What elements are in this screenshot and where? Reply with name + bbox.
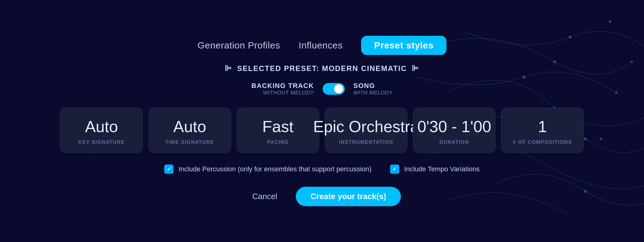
duration-value: 0'30 - 1'00 xyxy=(417,118,491,136)
actions-row: Cancel Create your track(s) xyxy=(243,187,401,206)
tab-influences[interactable]: Influences xyxy=(299,40,343,51)
instrumentation-value: Epic Orchestra xyxy=(313,118,419,136)
key-signature-value: Auto xyxy=(85,118,118,136)
main-container: Generation Profiles Influences Preset st… xyxy=(0,36,644,206)
key-signature-card[interactable]: Auto KEY SIGNATURE xyxy=(60,108,143,152)
key-signature-label: KEY SIGNATURE xyxy=(78,140,125,145)
percussion-checkbox-item: ✓ Include Percussion (only for ensembles… xyxy=(164,165,371,174)
cards-row: Auto KEY SIGNATURE Auto TIME SIGNATURE F… xyxy=(60,108,584,152)
tab-generation-profiles[interactable]: Generation Profiles xyxy=(198,40,280,51)
backing-track-label: BACKING TRACK xyxy=(251,82,314,90)
percussion-checkmark: ✓ xyxy=(167,166,171,173)
compositions-card[interactable]: 1 # OF COMPOSITIONS xyxy=(501,108,584,152)
tempo-checkbox[interactable]: ✓ xyxy=(390,165,399,174)
without-melody-label: WITHOUT MELODY xyxy=(263,90,314,96)
compositions-value: 1 xyxy=(538,118,547,136)
create-tracks-button[interactable]: Create your track(s) xyxy=(296,187,401,206)
pacing-card[interactable]: Fast PACING xyxy=(237,108,319,152)
cancel-button[interactable]: Cancel xyxy=(243,187,287,206)
percussion-label: Include Percussion (only for ensembles t… xyxy=(178,165,371,173)
time-signature-label: TIME SIGNATURE xyxy=(165,140,214,145)
svg-point-7 xyxy=(609,20,611,23)
instrumentation-card[interactable]: Epic Orchestra INSTRUMENTATION xyxy=(325,108,407,152)
duration-card[interactable]: 0'30 - 1'00 DURATION xyxy=(413,108,495,152)
preset-icon-right: ⊫ xyxy=(412,64,419,73)
song-label: SONG xyxy=(353,82,375,90)
song-mode-toggle[interactable] xyxy=(323,83,345,95)
tempo-label: Include Tempo Variations xyxy=(404,165,480,173)
pacing-label: PACING xyxy=(267,140,289,145)
compositions-label: # OF COMPOSITIONS xyxy=(513,140,572,145)
preset-bar: ⊫ SELECTED PRESET: MODERN CINEMATIC ⊫ xyxy=(225,64,420,73)
pacing-value: Fast xyxy=(262,118,293,136)
tempo-checkmark: ✓ xyxy=(392,166,397,173)
time-signature-value: Auto xyxy=(173,118,206,136)
tab-preset-styles[interactable]: Preset styles xyxy=(361,36,446,55)
checkboxes-row: ✓ Include Percussion (only for ensembles… xyxy=(164,165,479,174)
time-signature-card[interactable]: Auto TIME SIGNATURE xyxy=(149,108,231,152)
duration-label: DURATION xyxy=(439,140,469,145)
backing-track-group: BACKING TRACK WITHOUT MELODY xyxy=(251,82,314,96)
with-melody-label: WITH MELODY xyxy=(353,90,393,96)
instrumentation-label: INSTRUMENTATION xyxy=(339,140,393,145)
tab-row: Generation Profiles Influences Preset st… xyxy=(198,36,446,55)
preset-label: SELECTED PRESET: MODERN CINEMATIC xyxy=(237,64,407,73)
toggle-row: BACKING TRACK WITHOUT MELODY SONG WITH M… xyxy=(251,82,393,96)
tempo-checkbox-item: ✓ Include Tempo Variations xyxy=(390,165,480,174)
percussion-checkbox[interactable]: ✓ xyxy=(164,165,173,174)
song-group: SONG WITH MELODY xyxy=(353,82,393,96)
preset-icon-left: ⊫ xyxy=(225,64,232,73)
